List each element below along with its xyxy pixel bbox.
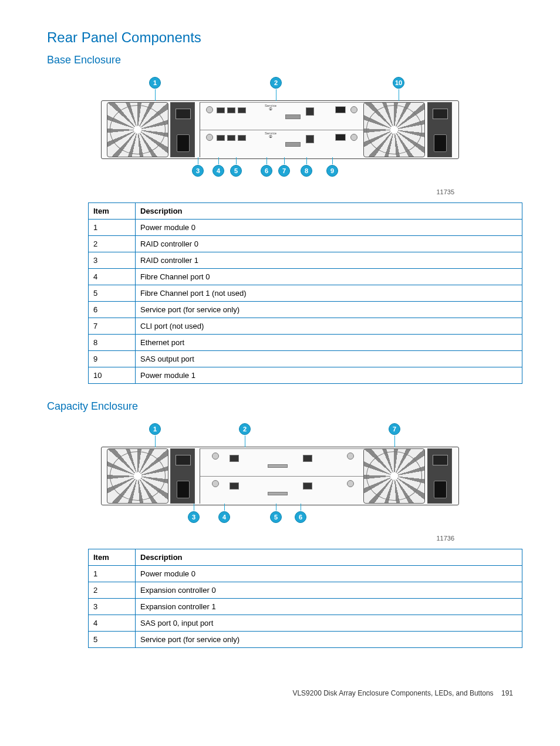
callout-c6: 6 <box>295 511 306 523</box>
table-row: 7CLI port (not used) <box>89 318 522 335</box>
table-capacity-enclosure: Item Description 1Power module 0 2Expans… <box>88 549 522 648</box>
callout-c5: 5 <box>270 511 282 523</box>
page-number: 191 <box>501 689 513 697</box>
table-header-item: Item <box>89 203 136 220</box>
callout-10: 10 <box>393 77 404 89</box>
table-row: 2Expansion controller 0 <box>89 582 522 599</box>
table-row: 5Service port (for service only) <box>89 632 522 648</box>
table-header-desc: Description <box>136 203 522 220</box>
table-base-enclosure: Item Description 1Power module 0 2RAID c… <box>88 202 522 384</box>
table-row: 8Ethernet port <box>89 335 522 351</box>
callout-c3: 3 <box>188 511 200 523</box>
callout-8: 8 <box>301 165 312 177</box>
figure-caption-2: 11736 <box>47 535 513 542</box>
table-header-item: Item <box>89 549 136 566</box>
page-title: Rear Panel Components <box>47 29 513 46</box>
page-footer: VLS9200 Disk Array Enclosure Components,… <box>47 689 513 697</box>
callout-c7: 7 <box>389 423 400 435</box>
section-heading-capacity: Capacity Enclosure <box>47 400 513 413</box>
callout-6: 6 <box>261 165 272 177</box>
callout-2: 2 <box>270 77 282 89</box>
table-row: 9SAS output port <box>89 351 522 367</box>
footer-text: VLS9200 Disk Array Enclosure Components,… <box>292 689 493 697</box>
figure-base-enclosure: Service⦿ Service⦿ 1 2 10 <box>47 77 513 183</box>
table-row: 3Expansion controller 1 <box>89 599 522 615</box>
table-header-desc: Description <box>136 549 522 566</box>
callout-c1: 1 <box>149 423 161 435</box>
figure-caption-1: 11735 <box>47 188 513 195</box>
table-row: 4Fibre Channel port 0 <box>89 269 522 285</box>
callout-3: 3 <box>192 165 204 177</box>
table-row: 6Service port (for service only) <box>89 302 522 318</box>
figure-capacity-enclosure: 1 2 7 3 4 5 6 <box>47 423 513 529</box>
table-row: 1Power module 0 <box>89 220 522 236</box>
callout-1: 1 <box>149 77 161 89</box>
table-row: 1Power module 0 <box>89 566 522 582</box>
callout-5: 5 <box>230 165 242 177</box>
callout-4: 4 <box>212 165 224 177</box>
callout-7: 7 <box>278 165 290 177</box>
callout-9: 9 <box>326 165 338 177</box>
table-row: 4SAS port 0, input port <box>89 615 522 632</box>
table-row: 5Fibre Channel port 1 (not used) <box>89 285 522 302</box>
callout-c2: 2 <box>239 423 251 435</box>
table-row: 10Power module 1 <box>89 367 522 384</box>
callout-c4: 4 <box>218 511 230 523</box>
section-heading-base: Base Enclosure <box>47 54 513 66</box>
table-row: 3RAID controller 1 <box>89 252 522 269</box>
table-row: 2RAID controller 0 <box>89 236 522 252</box>
